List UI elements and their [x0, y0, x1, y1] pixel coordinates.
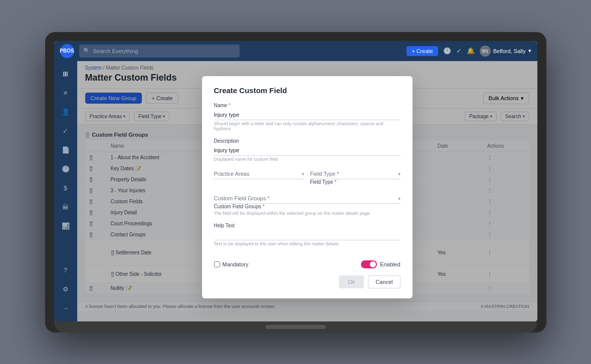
- ok-button[interactable]: Ok: [339, 275, 364, 288]
- sidebar-item-tasks[interactable]: ✓: [58, 123, 74, 139]
- sidebar: ⊞ ≡ 👤 ✓ 📄 🕐 $ 🏛 📊 ? ⚙ →: [54, 61, 77, 321]
- modal-overlay: Create Custom Field Name * Should begin …: [77, 61, 537, 321]
- custom-field-groups-group: Custom Field Groups * Custom Field Group…: [214, 193, 401, 216]
- create-custom-field-modal: Create Custom Field Name * Should begin …: [202, 76, 413, 298]
- sidebar-item-collapse[interactable]: →: [58, 300, 74, 316]
- help-text-label: Help Text: [214, 223, 401, 228]
- field-type-label: Field Type *: [310, 179, 401, 185]
- notification-icon[interactable]: 🔔: [467, 47, 475, 55]
- description-input[interactable]: [214, 145, 401, 156]
- chevron-down-icon: ▾: [528, 48, 531, 54]
- name-hint: Should begin with a letter and can only …: [214, 121, 401, 131]
- sidebar-item-documents[interactable]: 📄: [58, 142, 74, 158]
- custom-field-groups-label: Custom Field Groups *: [214, 204, 401, 209]
- custom-field-groups-select[interactable]: Custom Field Groups *: [214, 193, 401, 204]
- description-hint: Displayed name for custom field: [214, 157, 401, 162]
- user-name: Belford, Sally: [493, 48, 526, 54]
- check-tasks-icon[interactable]: ✓: [456, 47, 462, 55]
- app-logo: PBOS: [60, 44, 74, 58]
- modal-title: Create Custom Field: [214, 86, 401, 95]
- name-label: Name *: [214, 103, 401, 108]
- user-menu[interactable]: BS Belford, Sally ▾: [480, 46, 531, 57]
- help-text-input[interactable]: [214, 230, 401, 240]
- modal-actions: Ok Cancel: [214, 275, 401, 288]
- sidebar-item-reports[interactable]: 📊: [58, 218, 74, 234]
- field-type-group: Field Type * Field Type *: [310, 169, 401, 186]
- sidebar-item-time[interactable]: 🕐: [58, 161, 74, 177]
- enabled-label: Enabled: [380, 261, 400, 267]
- history-icon[interactable]: 🕐: [443, 47, 451, 55]
- content-area: System / Matter Custom Fields Matter Cus…: [77, 61, 537, 321]
- mandatory-label: Mandatory: [223, 261, 249, 267]
- sidebar-item-layers[interactable]: ≡: [58, 85, 74, 101]
- help-text-group: Help Text Text to be displayed to the us…: [214, 223, 401, 246]
- sidebar-item-settings[interactable]: ⚙: [58, 281, 74, 297]
- field-type-select[interactable]: Field Type *: [310, 169, 401, 179]
- practice-field-type-row: Practice Areas Field Type *: [214, 169, 401, 193]
- help-text-hint: Text to be displayed to the user when ed…: [214, 241, 401, 246]
- modal-footer: Mandatory Enabled: [214, 254, 401, 268]
- sidebar-item-accounts[interactable]: 🏛: [58, 199, 74, 215]
- mandatory-checkbox-label[interactable]: Mandatory: [214, 261, 249, 267]
- sidebar-item-help[interactable]: ?: [58, 262, 74, 278]
- name-input[interactable]: [214, 110, 401, 120]
- create-button[interactable]: + Create: [407, 46, 438, 56]
- name-field-group: Name * Should begin with a letter and ca…: [214, 103, 401, 131]
- custom-field-groups-hint: The field will be displayed within the s…: [214, 211, 401, 216]
- global-search[interactable]: 🔍 Search Everything: [79, 45, 240, 58]
- mandatory-checkbox[interactable]: [214, 261, 220, 267]
- description-field-group: Description Displayed name for custom fi…: [214, 138, 401, 162]
- practice-areas-select[interactable]: Practice Areas: [214, 169, 304, 179]
- practice-areas-group: Practice Areas: [214, 169, 304, 186]
- sidebar-item-dashboard[interactable]: ⊞: [58, 66, 74, 82]
- cancel-button[interactable]: Cancel: [368, 275, 400, 288]
- avatar: BS: [480, 46, 491, 57]
- sidebar-item-contacts[interactable]: 👤: [58, 104, 74, 120]
- search-placeholder: Search Everything: [93, 48, 138, 54]
- search-icon: 🔍: [83, 48, 90, 54]
- description-label: Description: [214, 138, 401, 144]
- enabled-toggle-wrapper: Enabled: [361, 260, 400, 268]
- enabled-toggle[interactable]: [361, 260, 377, 268]
- sidebar-item-billing[interactable]: $: [58, 180, 74, 196]
